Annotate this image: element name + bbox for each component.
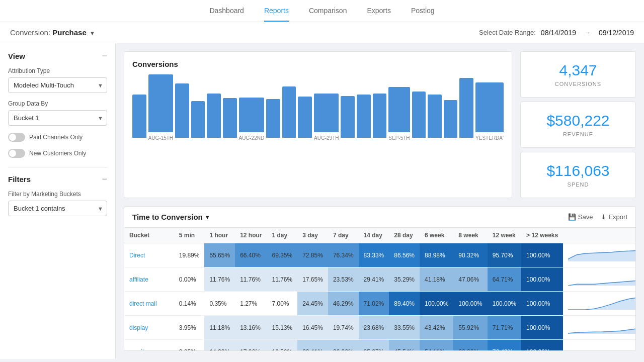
minimize-view-button[interactable]: −: [102, 51, 107, 60]
value-cell: 23.53%: [328, 267, 359, 292]
value-cell: 24.45%: [297, 292, 328, 316]
filter-select[interactable]: Bucket 1 contains: [8, 201, 107, 216]
nav-dashboard[interactable]: Dashboard: [209, 1, 244, 22]
bar[interactable]: [314, 94, 339, 132]
bar[interactable]: [412, 92, 426, 138]
save-button[interactable]: 💾 Save: [568, 213, 593, 221]
revenue-label: REVENUE: [529, 131, 627, 137]
nav-postlog[interactable]: Postlog: [411, 1, 435, 22]
col-header-28day: 28 day: [389, 228, 420, 243]
bar[interactable]: [475, 82, 504, 132]
bar-group: AUG-29TH: [314, 74, 339, 141]
new-customers-toggle[interactable]: [8, 149, 25, 158]
conversion-label: Conversion:: [10, 28, 50, 37]
bar[interactable]: [373, 94, 387, 138]
group-select[interactable]: Bucket 1: [8, 110, 107, 126]
value-cell: 0.00%: [174, 267, 205, 292]
bar-group: [444, 74, 458, 141]
value-cell: 23.68%: [359, 316, 389, 340]
value-cell: 41.18%: [420, 267, 453, 292]
nav-comparison[interactable]: Comparison: [309, 1, 347, 22]
bar[interactable]: [428, 95, 442, 138]
value-cell: 71.71%: [488, 316, 521, 340]
col-header-3day: 3 day: [297, 228, 328, 243]
value-cell: 26.86%: [328, 340, 359, 351]
bucket-name-cell[interactable]: email: [124, 340, 174, 351]
bar[interactable]: [444, 100, 458, 138]
bar-group: [459, 74, 473, 141]
date-end[interactable]: 09/12/2019: [599, 29, 634, 37]
value-cell: 0.14%: [174, 292, 205, 316]
bar[interactable]: [132, 95, 146, 138]
bucket-name-cell[interactable]: affiliate: [124, 267, 174, 292]
dropdown-chevron-icon: ▼: [90, 30, 95, 36]
bar-group: AUG-22ND: [239, 74, 265, 141]
nav-exports[interactable]: Exports: [367, 1, 390, 22]
conversions-label: CONVERSIONS: [529, 81, 627, 87]
bar[interactable]: [388, 87, 410, 132]
bar-group: [175, 74, 189, 141]
minimize-filters-button[interactable]: −: [102, 174, 107, 184]
value-cell: 13.16%: [235, 316, 267, 340]
value-cell: 11.76%: [267, 267, 297, 292]
bar-label: YESTERDA': [475, 135, 504, 141]
bar[interactable]: [459, 78, 473, 138]
value-cell: 95.70%: [488, 243, 521, 267]
bar-group: [357, 74, 371, 141]
save-icon: 💾: [568, 213, 576, 221]
value-cell: 17.96%: [235, 340, 267, 351]
time-to-conversion-table: Bucket5 min1 hour12 hour1 day3 day7 day1…: [124, 228, 635, 351]
top-row: Conversions AUG-15THAUG-22NDAUG-29THSEP-…: [124, 51, 636, 198]
bar[interactable]: [341, 96, 355, 138]
value-cell: 0.35%: [204, 292, 235, 316]
bar[interactable]: [357, 95, 371, 138]
new-customers-toggle-row: New Customers Only: [8, 149, 107, 158]
date-range-selector[interactable]: Select Date Range: 08/14/2019 → 09/12/20…: [479, 29, 634, 37]
value-cell: 29.41%: [359, 267, 389, 292]
bar-group: [341, 74, 355, 141]
value-cell: 100.00%: [521, 267, 563, 292]
nav-reports[interactable]: Reports: [264, 1, 289, 22]
bar[interactable]: [239, 98, 265, 132]
bucket-name-cell[interactable]: display: [124, 316, 174, 340]
col-header-14day: 14 day: [359, 228, 389, 243]
bar[interactable]: [223, 98, 237, 138]
conversion-selector[interactable]: Conversion: Purchase ▼: [10, 28, 95, 37]
spend-label: SPEND: [529, 182, 627, 188]
bar[interactable]: [175, 83, 189, 138]
group-select-wrapper: Bucket 1 ▼: [8, 110, 107, 126]
bar[interactable]: [148, 74, 173, 132]
table-actions: 💾 Save ⬇ Export: [568, 213, 627, 221]
bar[interactable]: [282, 86, 296, 138]
col-header-sparkline: [563, 228, 635, 243]
table-title[interactable]: Time to Conversion ▼: [132, 213, 210, 221]
attribution-label: Attribution Type: [8, 67, 107, 74]
conversions-value: 4,347: [529, 62, 627, 79]
attribution-select[interactable]: Modeled Multi-Touch: [8, 77, 107, 93]
col-header-1hour: 1 hour: [204, 228, 235, 243]
bar-group: [191, 74, 205, 141]
bar-group: [266, 74, 280, 141]
export-button[interactable]: ⬇ Export: [601, 213, 627, 221]
paid-channels-toggle[interactable]: [8, 133, 25, 142]
value-cell: 100.00%: [521, 316, 563, 340]
date-start[interactable]: 08/14/2019: [541, 29, 576, 37]
bar[interactable]: [207, 94, 221, 138]
bar-label: SEP-5TH: [388, 135, 410, 141]
value-cell: 7.00%: [267, 292, 297, 316]
bar[interactable]: [266, 99, 280, 138]
content-wrapper: Conversions AUG-15THAUG-22NDAUG-29THSEP-…: [116, 43, 644, 359]
bar[interactable]: [191, 101, 205, 138]
bucket-name-cell[interactable]: Direct: [124, 243, 174, 267]
table-row: display3.95%11.18%13.16%15.13%16.45%19.7…: [124, 316, 635, 340]
value-cell: 43.42%: [420, 316, 453, 340]
value-cell: 76.49%: [488, 340, 521, 351]
bar[interactable]: [298, 97, 312, 138]
value-cell: 66.40%: [235, 243, 267, 267]
value-cell: 83.33%: [359, 243, 389, 267]
paid-channels-label: Paid Channels Only: [29, 134, 83, 141]
header-bar: Conversion: Purchase ▼ Select Date Range…: [0, 22, 644, 43]
bucket-name-cell[interactable]: direct mail: [124, 292, 174, 316]
value-cell: 35.27%: [359, 340, 389, 351]
bar-group: [298, 74, 312, 141]
